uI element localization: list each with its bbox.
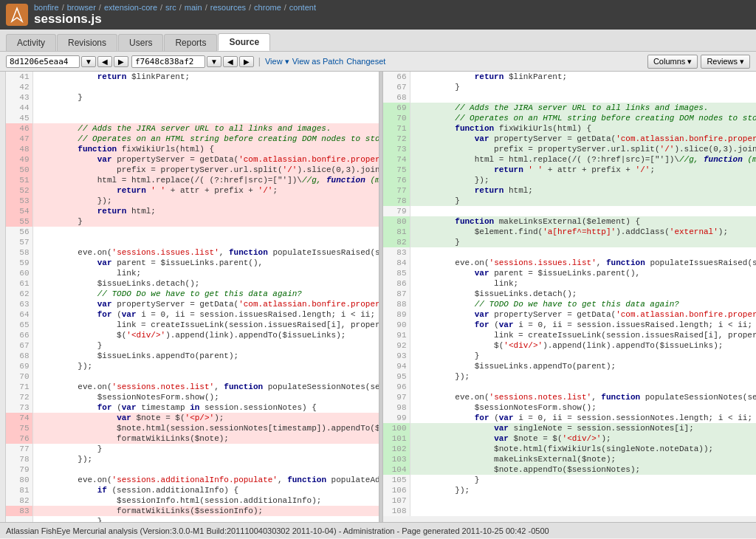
table-row: 50 prefix = propertyServer.url.split('/'… <box>6 165 379 175</box>
rev1-next-btn[interactable]: ▶ <box>114 56 128 67</box>
line-code: return $linkParent; <box>410 72 756 82</box>
table-row: 66 $('<div/>').append(link).appendTo($is… <box>6 330 379 340</box>
reviews-dropdown[interactable]: Reviews ▾ <box>701 55 750 69</box>
breadcrumb-resources[interactable]: resources <box>210 3 246 12</box>
breadcrumb-main[interactable]: main <box>185 3 202 12</box>
tab-revisions[interactable]: Revisions <box>57 34 117 51</box>
table-row: 72 var propertyServer = getData('com.atl… <box>383 134 756 144</box>
tab-activity[interactable]: Activity <box>6 34 56 51</box>
line-code: var parent = $issueLinks.parent(), <box>410 268 756 278</box>
line-number: 90 <box>383 320 410 330</box>
rev1-input[interactable] <box>6 55 80 68</box>
line-number: 79 <box>383 206 410 216</box>
line-code: $sessionInfo.html(session.additionalInfo… <box>32 495 379 506</box>
columns-dropdown[interactable]: Columns ▾ <box>647 55 698 69</box>
line-code: var $note = $('<div/>'); <box>410 433 756 444</box>
line-code: link = createIssueLink(session.issuesRai… <box>32 320 379 330</box>
line-number: 78 <box>6 454 32 464</box>
table-row: 73 prefix = propertyServer.url.split('/'… <box>383 144 756 154</box>
line-number: 104 <box>383 464 410 475</box>
line-number: 96 <box>383 382 410 392</box>
line-code: for (var timestamp in session.sessionNot… <box>32 402 379 413</box>
line-number: 46 <box>6 123 32 134</box>
line-number: 80 <box>6 475 32 485</box>
line-number: 49 <box>6 154 32 165</box>
table-row: 61 $issueLinks.detach(); <box>6 278 379 289</box>
line-code <box>32 82 379 92</box>
table-row: 58 eve.on('sessions.issues.list', functi… <box>6 247 379 258</box>
line-code: eve.on('sessions.additionalInfo.populate… <box>32 475 379 485</box>
tab-users[interactable]: Users <box>118 34 163 51</box>
line-code: var singleNote = session.sessionNotes[i]… <box>410 423 756 433</box>
line-code: return ' ' + attr + prefix + '/'; <box>410 165 756 175</box>
app-header: bonfire / browser / extension-core / src… <box>0 0 756 72</box>
table-row: 76 }); <box>383 175 756 185</box>
breadcrumb-extension-core[interactable]: extension-core <box>104 3 157 12</box>
line-code: for (var i = 0, ii = session.sessionNote… <box>410 413 756 423</box>
table-row: 48 function fixWikiUrls(html) { <box>6 144 379 154</box>
changeset-link[interactable]: Changeset <box>346 57 385 66</box>
rev2-prev-btn[interactable]: ◀ <box>223 56 238 67</box>
rev2-next-btn[interactable]: ▶ <box>239 56 254 67</box>
line-number: 44 <box>6 103 32 113</box>
line-code: var $note = $('<p/>'); <box>32 413 379 423</box>
line-number: 43 <box>6 92 32 103</box>
line-number: 102 <box>383 444 410 454</box>
line-number: 56 <box>6 227 32 237</box>
table-row: 77 return html; <box>383 185 756 196</box>
line-number: 57 <box>6 237 32 247</box>
line-code <box>32 237 379 247</box>
line-code: } <box>410 237 756 247</box>
rev1-prev-btn[interactable]: ◀ <box>97 56 112 67</box>
breadcrumb-browser[interactable]: browser <box>67 3 96 12</box>
line-code: eve.on('sessions.issues.list', function … <box>32 247 379 258</box>
tab-source[interactable]: Source <box>218 33 270 51</box>
table-row: 83 formatWikiLinks($sessionInfo); <box>6 506 379 516</box>
table-row: 59 var parent = $issueLinks.parent(), <box>6 258 379 268</box>
tab-reports[interactable]: Reports <box>164 34 217 51</box>
rev2-input[interactable] <box>131 55 205 68</box>
right-pane[interactable]: 66 return $linkParent;67 }6869 // Adds t… <box>383 72 756 522</box>
line-code: function fixWikiUrls(html) { <box>32 144 379 154</box>
breadcrumb-chrome[interactable]: chrome <box>254 3 281 12</box>
breadcrumb-bonfire[interactable]: bonfire <box>34 3 59 12</box>
line-code: $issueLinks.appendTo(parent); <box>410 361 756 371</box>
rev1-dropdown-btn[interactable]: ▼ <box>81 56 96 67</box>
line-number: 105 <box>383 475 410 485</box>
view-link[interactable]: View ▾ <box>265 57 289 66</box>
line-number: 94 <box>383 361 410 371</box>
left-pane[interactable]: 41 return $linkParent;4243 }444546 // Ad… <box>6 72 379 522</box>
table-row: 60 link; <box>6 268 379 278</box>
left-gutter <box>0 72 6 522</box>
line-code: formatWikiLinks($sessionInfo); <box>32 506 379 516</box>
line-code: link = createIssueLink(session.issuesRai… <box>410 330 756 340</box>
table-row: 75 return ' ' + attr + prefix + '/'; <box>383 165 756 175</box>
line-number: 80 <box>383 216 410 227</box>
table-row: 107 <box>383 495 756 506</box>
line-code: html = html.replace(/( (?:href|src)=["']… <box>410 154 756 165</box>
line-number: 82 <box>383 237 410 247</box>
line-code: if (session.additionalInfo) { <box>32 485 379 495</box>
table-row: 71 function fixWikiUrls(html) { <box>383 123 756 134</box>
line-number: 68 <box>6 351 32 361</box>
line-code: $('<div/>').append(link).appendTo($issue… <box>32 330 379 340</box>
table-row: 83 <box>383 247 756 258</box>
table-row: 77 } <box>6 444 379 454</box>
breadcrumb-content[interactable]: content <box>289 3 316 12</box>
line-code <box>410 506 756 516</box>
table-row: 80 function makeLinksExternal($element) … <box>383 216 756 227</box>
line-number: 52 <box>6 185 32 196</box>
view-as-patch-link[interactable]: View as Patch <box>292 57 344 66</box>
breadcrumb-src[interactable]: src <box>165 3 176 12</box>
line-code: var propertyServer = getData('com.atlass… <box>410 134 756 144</box>
toolbar-sep1: | <box>258 56 261 66</box>
table-row: 45 <box>6 113 379 123</box>
table-row: 41 return $linkParent; <box>6 72 379 82</box>
line-code: }); <box>32 361 379 371</box>
line-code: $element.find('a[href^=http]').addClass(… <box>410 227 756 237</box>
rev2-dropdown-btn[interactable]: ▼ <box>207 56 221 67</box>
app-logo[interactable] <box>6 4 28 26</box>
line-code: prefix = propertyServer.url.split('/').s… <box>410 144 756 154</box>
line-code: } <box>410 82 756 92</box>
table-row: 91 link = createIssueLink(session.issues… <box>383 330 756 340</box>
